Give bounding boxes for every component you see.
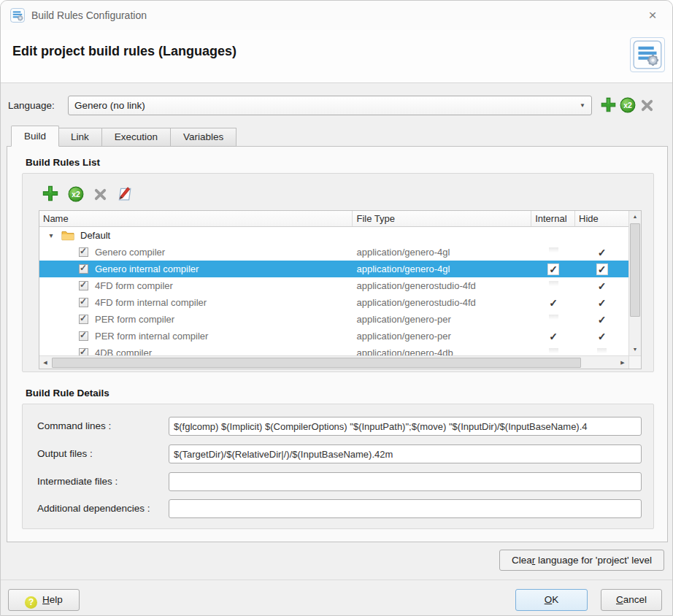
plus-icon <box>42 185 59 202</box>
rule-enabled-checkbox[interactable]: ✓ <box>79 298 88 307</box>
folder-name: Default <box>80 230 110 241</box>
additional-dependencies-label: Additional dependencies : <box>37 499 150 518</box>
expander-icon[interactable]: ▾ <box>47 231 55 239</box>
rule-enabled-checkbox[interactable]: ✓ <box>79 348 88 355</box>
close-icon[interactable]: × <box>642 5 664 26</box>
tab-execution[interactable]: Execution <box>102 128 171 147</box>
rule-name: 4FD form internal compiler <box>95 297 207 308</box>
rule-enabled-checkbox[interactable]: ✓ <box>79 315 88 324</box>
hide-cell[interactable]: ✓ <box>575 294 628 311</box>
internal-cell[interactable]: ✓ <box>531 261 575 277</box>
tab-bar: Build Link Execution Variables <box>11 126 236 147</box>
internal-cell[interactable] <box>531 244 575 261</box>
additional-dependencies-input[interactable] <box>169 499 642 518</box>
build-rules-header-icon <box>630 37 665 72</box>
rule-enabled-checkbox[interactable]: ✓ <box>79 281 88 290</box>
folder-icon <box>61 230 74 241</box>
build-rules-icon <box>10 8 25 23</box>
hide-cell[interactable]: ✓ <box>575 311 628 328</box>
hide-cell[interactable] <box>575 227 628 244</box>
intermediate-files-input[interactable] <box>169 472 642 491</box>
scrollbar-corner <box>628 355 641 369</box>
column-header-internal[interactable]: Internal <box>531 211 575 226</box>
column-header-name[interactable]: Name <box>39 211 353 226</box>
hide-cell[interactable] <box>575 344 628 355</box>
rule-name: Genero compiler <box>95 247 165 258</box>
internal-cell[interactable]: ✓ <box>531 294 575 311</box>
rule-file-type: application/generostudio-4fd <box>353 294 531 311</box>
internal-cell[interactable] <box>531 344 575 355</box>
rule-enabled-checkbox[interactable]: ✓ <box>79 264 88 274</box>
output-files-label: Output files : <box>37 444 93 463</box>
rule-name: PER form compiler <box>95 314 174 325</box>
edit-rule-button[interactable] <box>116 185 132 204</box>
build-rules-list-group: x2 Name File Type Inte <box>22 173 654 372</box>
scroll-down-icon[interactable]: ▼ <box>629 344 641 355</box>
internal-cell[interactable]: ✓ <box>531 328 575 344</box>
table-row[interactable]: ✓Genero internal compilerapplication/gen… <box>39 261 628 277</box>
table-header: Name File Type Internal Hide <box>39 211 628 227</box>
scroll-up-icon[interactable]: ▲ <box>629 211 641 223</box>
clear-language-button[interactable]: Clear language for 'project' level <box>499 550 664 571</box>
internal-cell[interactable] <box>531 227 575 244</box>
rule-file-type: application/genero-4gl <box>353 261 531 277</box>
internal-cell[interactable] <box>531 277 575 294</box>
language-selected-value: Genero (no link) <box>74 96 145 115</box>
vertical-scrollbar-thumb[interactable] <box>630 223 640 317</box>
delete-x-icon <box>640 99 654 112</box>
tab-link[interactable]: Link <box>58 128 102 147</box>
duplicate-rule-button[interactable]: x2 <box>68 186 84 205</box>
table-row[interactable]: ✓4FD form compilerapplication/generostud… <box>39 277 628 294</box>
build-tab-panel: Build Rules List x2 <box>7 146 668 542</box>
svg-text:x2: x2 <box>623 101 632 109</box>
output-files-input[interactable] <box>169 444 642 463</box>
add-language-button[interactable] <box>600 96 617 113</box>
hide-cell[interactable]: ✓ <box>575 277 628 294</box>
duplicate-x2-icon: x2 <box>620 97 636 113</box>
delete-language-button[interactable] <box>640 99 654 112</box>
vertical-scrollbar[interactable]: ▲ ▼ <box>628 211 641 355</box>
rule-enabled-checkbox[interactable]: ✓ <box>79 331 88 341</box>
command-lines-input[interactable] <box>169 417 642 436</box>
table-row[interactable]: ✓PER form internal compilerapplication/g… <box>39 328 628 344</box>
help-question-icon: ? <box>25 596 37 609</box>
column-header-hide[interactable]: Hide <box>575 211 628 226</box>
unchecked-placeholder <box>549 281 558 290</box>
table-row[interactable]: ✓PER form compilerapplication/genero-per… <box>39 311 628 328</box>
svg-text:x2: x2 <box>72 190 80 199</box>
hide-cell[interactable]: ✓ <box>575 328 628 344</box>
unchecked-placeholder <box>549 247 558 257</box>
table-row[interactable]: ✓4FD form internal compilerapplication/g… <box>39 294 628 311</box>
hide-cell[interactable]: ✓ <box>575 244 628 261</box>
rule-enabled-checkbox[interactable]: ✓ <box>79 247 88 257</box>
hide-cell[interactable]: ✓ <box>575 261 628 277</box>
horizontal-scrollbar[interactable]: ◀ ▶ <box>39 355 628 369</box>
delete-rule-button[interactable] <box>93 188 107 204</box>
tab-variables[interactable]: Variables <box>171 128 236 147</box>
language-select[interactable]: Genero (no link) ▼ <box>68 96 592 115</box>
horizontal-scrollbar-thumb[interactable] <box>52 358 581 368</box>
scroll-right-icon[interactable]: ▶ <box>617 357 628 369</box>
check-icon: ✓ <box>596 263 608 275</box>
duplicate-language-button[interactable]: x2 <box>620 97 636 113</box>
tab-build[interactable]: Build <box>11 126 59 147</box>
ok-button[interactable]: OK <box>515 589 588 611</box>
rule-file-type: application/genero-per <box>353 328 531 344</box>
cancel-button[interactable]: Cancel <box>601 589 662 611</box>
help-button[interactable]: ?Help <box>8 589 80 611</box>
rule-name: PER form internal compiler <box>95 331 208 342</box>
column-header-file-type[interactable]: File Type <box>353 211 531 226</box>
duplicate-x2-icon: x2 <box>68 186 84 202</box>
table-row[interactable]: ▾Default <box>39 227 628 244</box>
table-row[interactable]: ✓Genero compilerapplication/genero-4gl✓ <box>39 244 628 261</box>
add-rule-button[interactable] <box>42 185 59 205</box>
check-icon: ✓ <box>598 280 607 292</box>
check-icon: ✓ <box>598 297 607 309</box>
internal-cell[interactable] <box>531 311 575 328</box>
check-icon: ✓ <box>598 331 607 342</box>
scroll-left-icon[interactable]: ◀ <box>39 357 51 369</box>
plus-icon <box>600 96 617 113</box>
chevron-down-icon: ▼ <box>580 96 585 115</box>
unchecked-placeholder <box>549 315 558 324</box>
table-row[interactable]: ✓4DB compilerapplication/genero-4db <box>39 344 628 355</box>
